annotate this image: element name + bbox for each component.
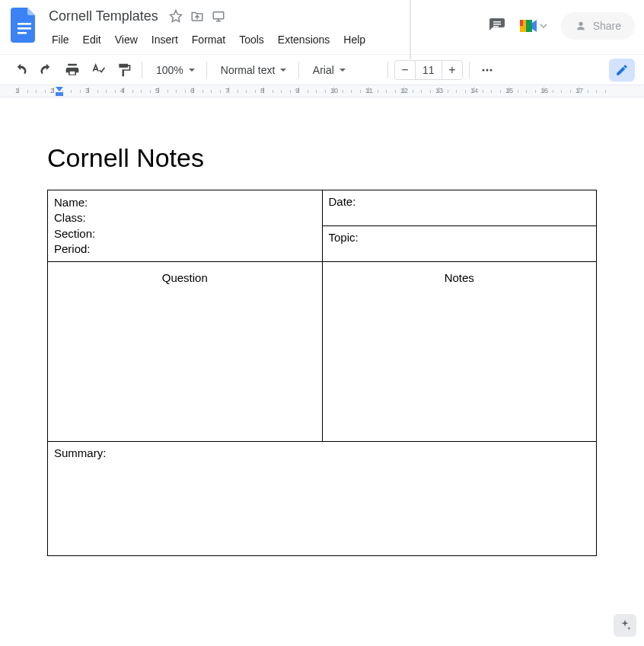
menu-insert[interactable]: Insert (145, 30, 184, 49)
info-cell[interactable]: Name: Class: Section: Period: (48, 190, 323, 262)
topic-cell[interactable]: Topic: (322, 226, 597, 262)
ruler-unit: 5 (158, 85, 193, 97)
font-size-input[interactable] (415, 61, 442, 79)
spellcheck-button[interactable] (87, 59, 110, 82)
ruler-unit: 10 (333, 85, 368, 97)
summary-cell[interactable]: Summary: (48, 442, 597, 556)
date-label: Date: (329, 195, 356, 208)
separator (469, 62, 470, 78)
style-dropdown[interactable]: Normal text (213, 59, 292, 81)
ruler-unit: 9 (298, 85, 333, 97)
paint-format-button[interactable] (113, 59, 135, 82)
document-canvas[interactable]: Cornell Notes Name: Class: Section: Peri… (0, 98, 644, 644)
date-cell[interactable]: Date: (322, 190, 597, 226)
ruler-unit: 14 (473, 85, 509, 97)
font-size-increase[interactable]: + (442, 61, 462, 79)
notes-cell[interactable]: Notes (322, 262, 597, 442)
menu-file[interactable]: File (46, 30, 75, 49)
separator (387, 62, 388, 78)
ruler-unit: 7 (228, 85, 263, 97)
indent-marker-icon[interactable] (55, 86, 64, 98)
font-size-decrease[interactable]: − (395, 61, 415, 79)
menu-format[interactable]: Format (186, 30, 231, 49)
docs-logo-icon[interactable] (11, 8, 38, 43)
document-title[interactable]: Cornell Templates (46, 7, 161, 26)
ruler-unit: 17 (579, 85, 614, 97)
editing-mode-button[interactable] (609, 59, 635, 82)
svg-rect-6 (520, 20, 523, 26)
svg-rect-0 (18, 23, 31, 25)
menu-tools[interactable]: Tools (233, 30, 270, 49)
svg-rect-1 (18, 27, 31, 30)
explore-button[interactable] (614, 614, 636, 637)
separator (206, 62, 207, 78)
style-value: Normal text (221, 64, 276, 76)
separator (142, 62, 142, 78)
ruler[interactable]: 1234567891011121314151617 (0, 85, 644, 98)
svg-point-7 (482, 69, 484, 71)
panel-divider (410, 0, 411, 59)
undo-button[interactable] (9, 59, 32, 82)
svg-rect-2 (18, 32, 27, 34)
meet-icon[interactable] (520, 18, 547, 34)
font-dropdown[interactable]: Arial (305, 59, 381, 81)
info-period[interactable]: Period: (54, 241, 316, 257)
svg-point-8 (486, 69, 488, 71)
ruler-unit: 8 (263, 85, 298, 97)
ruler-unit: 6 (193, 85, 228, 97)
info-name[interactable]: Name: (54, 195, 316, 210)
svg-rect-10 (56, 92, 63, 96)
menu-extensions[interactable]: Extensions (272, 30, 336, 49)
comments-icon[interactable] (488, 17, 506, 35)
share-button[interactable]: Share (561, 12, 635, 40)
cloud-status-icon[interactable] (212, 9, 225, 23)
ruler-unit: 4 (123, 85, 158, 97)
topic-label: Topic: (329, 231, 359, 244)
zoom-value: 100% (156, 64, 183, 76)
more-tools-button[interactable] (476, 59, 499, 82)
share-label: Share (593, 20, 621, 32)
summary-label: Summary: (54, 446, 106, 459)
question-header: Question (162, 271, 208, 284)
font-value: Arial (313, 64, 334, 76)
ruler-unit: 12 (403, 85, 438, 97)
ruler-unit: 3 (88, 85, 123, 97)
redo-button[interactable] (35, 59, 58, 82)
menu-edit[interactable]: Edit (77, 30, 107, 49)
info-section[interactable]: Section: (54, 226, 316, 241)
svg-rect-3 (213, 12, 224, 19)
menu-bar: File Edit View Insert Format Tools Exten… (46, 30, 488, 49)
ruler-unit: 11 (368, 85, 403, 97)
page[interactable]: Cornell Notes Name: Class: Section: Peri… (29, 98, 615, 579)
question-cell[interactable]: Question (48, 262, 323, 442)
zoom-dropdown[interactable]: 100% (148, 59, 200, 81)
move-icon[interactable] (190, 9, 204, 23)
cornell-table[interactable]: Name: Class: Section: Period: Date: Topi… (47, 190, 597, 556)
notes-header: Notes (445, 271, 474, 284)
separator (298, 62, 299, 78)
star-icon[interactable] (169, 9, 183, 23)
ruler-unit: 15 (509, 85, 544, 97)
font-size-control: − + (394, 60, 463, 80)
ruler-unit: 13 (438, 85, 473, 97)
menu-view[interactable]: View (109, 30, 144, 49)
ruler-unit: 16 (544, 85, 579, 97)
info-class[interactable]: Class: (54, 210, 316, 225)
document-heading[interactable]: Cornell Notes (47, 143, 597, 173)
toolbar: 100% Normal text Arial − + (0, 55, 644, 85)
svg-point-9 (489, 69, 492, 71)
svg-rect-5 (526, 20, 532, 32)
menu-help[interactable]: Help (337, 30, 371, 49)
print-button[interactable] (61, 59, 84, 82)
ruler-unit: 1 (18, 85, 53, 97)
